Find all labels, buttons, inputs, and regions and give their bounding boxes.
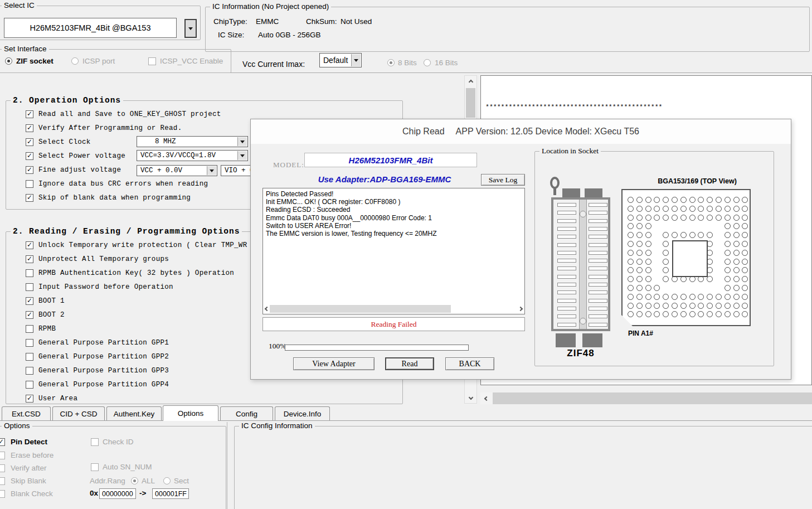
bga-pin [645, 206, 651, 212]
zif-pin-slot [557, 219, 576, 223]
bga-pin [707, 206, 713, 212]
bga-pin [742, 311, 748, 317]
model-label: MODEL: [273, 161, 304, 169]
icsp-vcc-checkbox[interactable] [148, 57, 156, 65]
bga-pin [636, 311, 643, 317]
addr-all-radio[interactable] [131, 477, 138, 484]
bits16-label: 16 Bits [435, 59, 458, 67]
addr-from-input[interactable]: 00000000 [99, 488, 136, 499]
boot2-label: BOOT 2 [38, 311, 65, 319]
view-adapter-label: View Adapter [312, 360, 355, 369]
chevron-down-icon [207, 166, 216, 175]
zif-pin-slot [589, 283, 607, 287]
unprotect-all-checkbox[interactable] [26, 255, 33, 263]
vertical-scrollbar-thumb[interactable] [466, 88, 475, 118]
icsp-vcc-label: ICSP_VCC Enable [160, 57, 223, 65]
bga-pin [680, 294, 687, 300]
vcc-imax-dropdown[interactable]: Default [319, 53, 362, 67]
bits8-radio[interactable] [387, 59, 395, 66]
gpp2-checkbox[interactable] [26, 353, 33, 361]
ic-config-label: IC Config Information [239, 421, 315, 430]
bga-pin [716, 311, 722, 317]
bga-pin [663, 215, 669, 221]
icsp-port-radio[interactable] [71, 57, 79, 65]
check-id-checkbox[interactable] [91, 438, 99, 446]
power-voltage-checkbox[interactable] [26, 152, 33, 160]
horizontal-scrollbar[interactable] [480, 392, 812, 404]
bga-pin [628, 294, 634, 300]
bga-pin [733, 241, 740, 247]
pin-detect-checkbox[interactable] [0, 438, 5, 446]
read-button[interactable]: Read [385, 357, 434, 370]
bga-pin [742, 232, 748, 238]
chevron-down-icon [468, 395, 473, 399]
zif-pin-slot [557, 314, 576, 318]
boot1-checkbox[interactable] [26, 297, 33, 305]
addr-sect-radio[interactable] [163, 477, 171, 484]
verify-after-op-checkbox[interactable] [0, 464, 5, 472]
tab-label: Options [178, 409, 204, 418]
bga-pin [707, 294, 713, 300]
bga-pin [654, 197, 660, 203]
select-ic-combobox[interactable]: H26M52103FMR_4Bit @BGA153 [4, 18, 177, 38]
set-interface-label: Set Interface [2, 45, 49, 53]
chip-type-label: ChipType: [213, 17, 247, 26]
bga-pin [725, 311, 731, 317]
bga-pin [725, 303, 731, 309]
auto-sn-checkbox[interactable] [91, 463, 99, 471]
user-area-label: User Area [38, 395, 77, 403]
skip-blank-checkbox[interactable] [0, 477, 5, 485]
tab-cid-csd[interactable]: CID + CSD [52, 406, 105, 420]
save-log-button[interactable]: Save Log [481, 174, 525, 186]
vcc-adjust-dropdown[interactable]: VCC + 0.0V [137, 165, 217, 176]
scroll-up-button[interactable] [465, 76, 476, 88]
gpp1-checkbox[interactable] [26, 339, 33, 347]
tab-ext-csd[interactable]: Ext.CSD [2, 406, 51, 420]
erase-before-checkbox[interactable] [0, 452, 5, 459]
gpp4-checkbox[interactable] [26, 381, 33, 389]
select-ic-dropdown-button[interactable] [184, 19, 197, 38]
log-horizontal-scrollbar[interactable] [264, 304, 524, 313]
bga-pin [663, 250, 669, 256]
zif-pin-slot [557, 283, 576, 287]
user-area-checkbox[interactable] [26, 395, 33, 403]
ignore-crc-checkbox[interactable] [26, 180, 33, 188]
bits16-radio[interactable] [424, 59, 431, 66]
blank-check-checkbox[interactable] [0, 490, 5, 498]
chksum-label: ChkSum: [306, 17, 337, 26]
horizontal-scrollbar-thumb[interactable] [493, 392, 812, 404]
auto-sn-label: Auto SN_NUM [103, 463, 152, 471]
tab-authent-key[interactable]: Authent.Key [106, 406, 162, 420]
log-line: Reading ECSD : Succeeded [266, 206, 522, 214]
tab-device-info[interactable]: Device.Info [275, 406, 330, 420]
bga-pin [645, 276, 651, 282]
back-button[interactable]: BACK [445, 357, 494, 370]
scroll-left-button[interactable] [480, 392, 492, 404]
rpmb-key-checkbox[interactable] [26, 269, 33, 277]
fine-adjust-checkbox[interactable] [26, 166, 33, 174]
input-password-checkbox[interactable] [26, 283, 33, 291]
bga-pin [654, 311, 660, 317]
gpp3-checkbox[interactable] [26, 367, 33, 375]
clock-dropdown[interactable]: 8 MHZ [137, 136, 248, 147]
power-voltage-dropdown[interactable]: VCC=3.3V/VCCQ=1.8V [137, 150, 248, 161]
log-scrollbar-thumb[interactable] [270, 305, 451, 313]
select-clock-checkbox[interactable] [26, 138, 33, 146]
skip-blank-data-checkbox[interactable] [26, 194, 33, 202]
verify-after-checkbox[interactable] [26, 124, 33, 132]
log-scroll-right-button[interactable] [517, 305, 524, 313]
scroll-down-button[interactable] [465, 391, 476, 403]
view-adapter-button[interactable]: View Adapter [293, 357, 375, 370]
bga-pin [733, 259, 740, 265]
zif-socket-radio[interactable] [5, 57, 12, 65]
unprotect-all-label: Unprotect All Temporary groups [38, 255, 169, 263]
addr-to-input[interactable]: 000001FF [152, 488, 189, 499]
rpmb-checkbox[interactable] [26, 325, 33, 333]
log-line: The EMMC version is lower, Testing frequ… [266, 230, 522, 237]
boot2-checkbox[interactable] [26, 311, 33, 319]
unlock-tmp-checkbox[interactable] [26, 241, 33, 249]
read-all-save-checkbox[interactable] [26, 110, 33, 118]
tab-options[interactable]: Options [163, 405, 218, 421]
tab-config[interactable]: Config [220, 406, 273, 420]
bga-pin [654, 215, 660, 221]
